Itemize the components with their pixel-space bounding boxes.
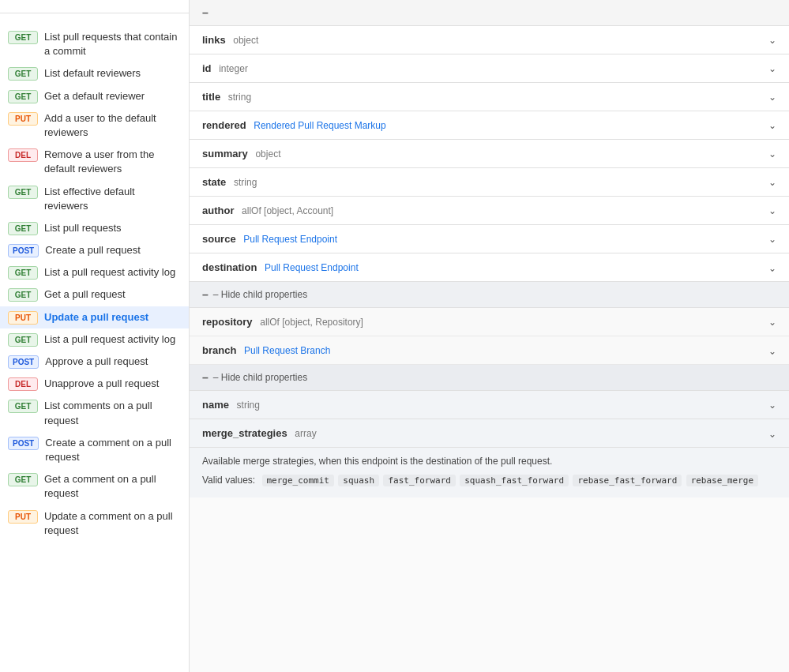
sidebar-item-create-pull-request[interactable]: POST Create a pull request	[0, 239, 189, 261]
prop-header-summary[interactable]: summary object ⌄	[190, 140, 789, 167]
prop-type-author: allOf [object, Account]	[242, 205, 333, 216]
sidebar-item-list-pull-request-activity-log-2[interactable]: GET List a pull request activity log	[0, 328, 189, 351]
prop-name-destination: destination	[202, 261, 257, 273]
valid-values-row: Valid values: merge_commit squash fast_f…	[202, 473, 776, 488]
prop-header-branch-name[interactable]: name string ⌄	[190, 391, 789, 419]
prop-id: id integer ⌄	[190, 54, 789, 83]
prop-type-summary: object	[255, 148, 280, 160]
prop-chevron-id: ⌄	[768, 63, 776, 74]
method-badge-list-pull-requests-commit: GET	[8, 31, 38, 44]
top-hide-bar[interactable]: –	[190, 0, 789, 26]
method-badge-update-comment-pull-request: PUT	[8, 510, 38, 524]
sidebar-item-get-default-reviewer[interactable]: GET Get a default reviewer	[0, 85, 189, 107]
valid-value-squash: squash	[338, 475, 379, 486]
merge-strategies-description: Available merge strategies, when this en…	[202, 454, 776, 468]
valid-value-rebase_fast_forward: rebase_fast_forward	[573, 475, 682, 486]
valid-value-squash_fast_forward: squash_fast_forward	[460, 475, 569, 486]
prop-name-source: source	[202, 233, 236, 245]
prop-branch-name: name string ⌄	[190, 391, 789, 419]
sidebar-item-list-effective-default-reviewers[interactable]: GET List effective default reviewers	[0, 181, 189, 217]
prop-rendered: rendered Rendered Pull Request Markup ⌄	[190, 111, 789, 140]
prop-repository: repository allOf [object, Repository] ⌄	[190, 308, 789, 336]
valid-values-label: Valid values:	[202, 475, 255, 486]
prop-header-rendered[interactable]: rendered Rendered Pull Request Markup ⌄	[190, 111, 789, 139]
prop-header-repository[interactable]: repository allOf [object, Repository] ⌄	[190, 308, 789, 336]
sidebar-item-list-pull-requests[interactable]: GET List pull requests	[0, 217, 189, 239]
sidebar-item-list-pull-request-activity-log[interactable]: GET List a pull request activity log	[0, 261, 189, 283]
method-badge-list-pull-requests: GET	[8, 222, 38, 235]
sidebar-item-update-comment-pull-request[interactable]: PUT Update a comment on a pull request	[0, 505, 189, 542]
prop-name-title: title	[202, 91, 220, 103]
sidebar-item-add-user-default-reviewers[interactable]: PUT Add a user to the default reviewers	[0, 107, 189, 144]
prop-type-rendered: Rendered Pull Request Markup	[254, 120, 385, 131]
prop-chevron-author: ⌄	[768, 205, 776, 216]
method-badge-list-comments-pull-request: GET	[8, 400, 38, 413]
prop-chevron-merge-strategies: ⌃	[768, 428, 776, 439]
item-label-get-comment-pull-request: Get a comment on a pull request	[44, 472, 181, 501]
method-badge-update-pull-request: PUT	[8, 311, 38, 325]
sidebar-item-update-pull-request[interactable]: PUT Update a pull request	[0, 306, 189, 328]
prop-merge-strategies: merge_strategies array ⌃	[190, 419, 789, 448]
prop-header-title[interactable]: title string ⌄	[190, 83, 789, 111]
sidebar-item-list-pull-requests-commit[interactable]: GET List pull requests that contain a co…	[0, 26, 189, 62]
prop-type-merge-strategies: array	[295, 428, 316, 439]
prop-type-repository: allOf [object, Repository]	[260, 317, 363, 328]
sidebar-item-unapprove-pull-request[interactable]: DEL Unapprove a pull request	[0, 373, 189, 395]
item-label-unapprove-pull-request: Unapprove a pull request	[44, 377, 181, 391]
method-badge-create-pull-request: POST	[8, 244, 39, 257]
item-label-list-pull-requests-commit: List pull requests that contain a commit	[44, 30, 181, 58]
item-label-create-pull-request: Create a pull request	[45, 243, 181, 257]
prop-chevron-repository: ⌄	[768, 317, 776, 328]
item-label-create-comment-pull-request: Create a comment on a pull request	[45, 436, 181, 464]
prop-header-destination[interactable]: destination Pull Request Endpoint ⌃	[190, 253, 789, 281]
prop-chevron-summary: ⌄	[768, 148, 776, 160]
sidebar-header[interactable]	[0, 0, 189, 13]
prop-links: links object ⌄	[190, 26, 789, 54]
item-label-update-comment-pull-request: Update a comment on a pull request	[44, 509, 181, 538]
method-badge-get-comment-pull-request: GET	[8, 473, 38, 486]
prop-header-id[interactable]: id integer ⌄	[190, 54, 789, 82]
prop-header-source[interactable]: source Pull Request Endpoint ⌄	[190, 225, 789, 253]
prop-type-branch-name: string	[237, 400, 260, 411]
prop-name-branch-name: name	[202, 399, 229, 411]
sidebar-item-remove-user-default-reviewers[interactable]: DEL Remove a user from the default revie…	[0, 144, 189, 180]
prop-header-merge-strategies[interactable]: merge_strategies array ⌃	[190, 419, 789, 447]
item-label-list-pull-request-activity-log: List a pull request activity log	[44, 265, 181, 280]
sidebar-item-list-comments-pull-request[interactable]: GET List comments on a pull request	[0, 395, 189, 431]
merge-strategies-valid-values: Available merge strategies, when this en…	[190, 448, 789, 497]
sidebar-item-get-pull-request[interactable]: GET Get a pull request	[0, 283, 189, 306]
prop-chevron-branch-name: ⌄	[768, 400, 776, 411]
prop-header-links[interactable]: links object ⌄	[190, 26, 789, 54]
prop-chevron-links: ⌄	[768, 35, 776, 46]
item-label-list-pull-requests: List pull requests	[44, 221, 181, 235]
method-badge-unapprove-pull-request: DEL	[8, 377, 38, 391]
sidebar: GET List pull requests that contain a co…	[0, 0, 190, 672]
destination-children: –– Hide child properties repository allO…	[190, 282, 789, 497]
sidebar-item-get-comment-pull-request[interactable]: GET Get a comment on a pull request	[0, 468, 189, 505]
prop-header-state[interactable]: state string ⌄	[190, 168, 789, 196]
method-badge-remove-user-default-reviewers: DEL	[8, 148, 38, 162]
branch-hide-bar[interactable]: –– Hide child properties	[190, 365, 789, 391]
branch-children: –– Hide child properties name string ⌄ m…	[190, 365, 789, 497]
prop-type-state: string	[234, 177, 257, 188]
prop-header-branch[interactable]: branch Pull Request Branch ⌃	[190, 336, 789, 364]
prop-title: title string ⌄	[190, 83, 789, 111]
sidebar-item-approve-pull-request[interactable]: POST Approve a pull request	[0, 351, 189, 373]
destination-hide-bar[interactable]: –– Hide child properties	[190, 282, 789, 308]
sidebar-item-create-comment-pull-request[interactable]: POST Create a comment on a pull request	[0, 432, 189, 468]
prop-author: author allOf [object, Account] ⌄	[190, 197, 789, 225]
prop-type-destination: Pull Request Endpoint	[265, 262, 359, 273]
prop-name-rendered: rendered	[202, 119, 246, 131]
dest-hide-minus-icon: –	[202, 288, 209, 301]
prop-chevron-rendered: ⌄	[768, 120, 776, 131]
method-badge-list-default-reviewers: GET	[8, 67, 38, 81]
method-badge-approve-pull-request: POST	[8, 355, 39, 369]
prop-header-author[interactable]: author allOf [object, Account] ⌄	[190, 197, 789, 224]
branch-hide-minus-icon: –	[202, 371, 209, 384]
prop-state: state string ⌄	[190, 168, 789, 197]
item-label-get-default-reviewer: Get a default reviewer	[44, 89, 181, 103]
sidebar-item-list-default-reviewers[interactable]: GET List default reviewers	[0, 62, 189, 84]
item-label-list-comments-pull-request: List comments on a pull request	[44, 399, 181, 427]
prop-branch: branch Pull Request Branch ⌃	[190, 336, 789, 365]
prop-chevron-title: ⌄	[768, 92, 776, 103]
